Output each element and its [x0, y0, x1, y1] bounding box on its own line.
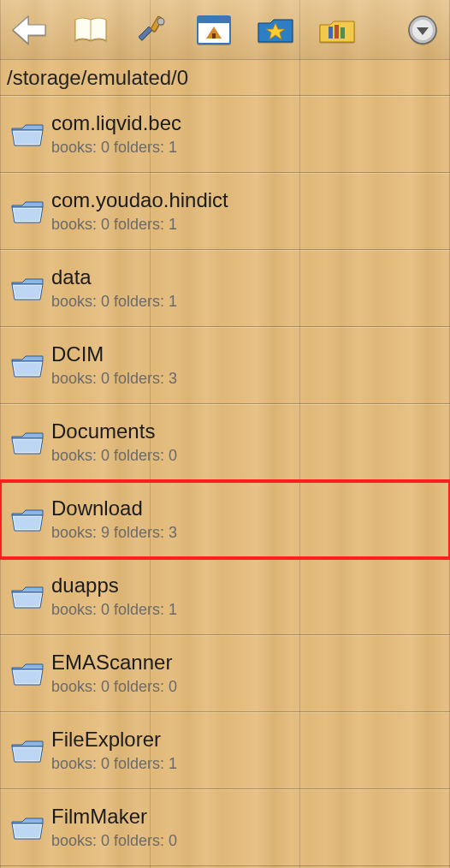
folder-icon: [7, 351, 48, 380]
folder-meta: books: 0 folders: 0: [51, 678, 177, 696]
svg-rect-8: [340, 27, 345, 39]
current-path: /storage/emulated/0: [7, 66, 188, 90]
folder-meta: books: 9 folders: 3: [51, 524, 177, 542]
folder-meta: books: 0 folders: 1: [51, 216, 228, 234]
dropdown-circle-icon: [406, 13, 440, 47]
folder-row[interactable]: FilmMakerbooks: 0 folders: 0: [0, 789, 450, 866]
folder-icon: [7, 197, 48, 226]
svg-point-2: [157, 18, 164, 25]
folder-name: duapps: [51, 574, 177, 597]
folder-name: FilmMaker: [51, 806, 177, 828]
favorites-button[interactable]: [257, 11, 294, 49]
folder-row[interactable]: Downloadbooks: 9 folders: 3: [0, 481, 450, 558]
folder-name: com.liqvid.bec: [51, 112, 181, 134]
folder-icon: [7, 582, 48, 611]
home-button[interactable]: [195, 11, 233, 49]
folder-name: com.youdao.hindict: [51, 189, 228, 211]
folder-meta: books: 0 folders: 0: [51, 832, 177, 850]
folder-row[interactable]: com.liqvid.becbooks: 0 folders: 1: [0, 96, 450, 173]
folder-row[interactable]: DCIMbooks: 0 folders: 3: [0, 327, 450, 404]
folder-meta: books: 0 folders: 1: [51, 755, 177, 773]
folder-icon: [7, 428, 48, 457]
bookshelf-button[interactable]: [318, 11, 356, 49]
folder-icon: [7, 813, 48, 842]
star-folder-icon: [257, 15, 294, 45]
menu-button[interactable]: [404, 11, 441, 49]
folder-icon: [7, 274, 48, 303]
folder-row[interactable]: com.youdao.hindictbooks: 0 folders: 1: [0, 173, 450, 250]
folder-text: FileExplorerbooks: 0 folders: 1: [48, 728, 177, 772]
svg-rect-7: [335, 25, 339, 39]
back-arrow-icon: [11, 15, 47, 45]
folder-text: Downloadbooks: 9 folders: 3: [48, 497, 177, 541]
folder-name: FileExplorer: [51, 728, 177, 751]
svg-rect-4: [198, 16, 230, 23]
folder-name: Documents: [51, 420, 177, 443]
folder-meta: books: 0 folders: 1: [51, 601, 177, 619]
folder-row[interactable]: FileExplorerbooks: 0 folders: 1: [0, 712, 450, 789]
folder-text: databooks: 0 folders: 1: [48, 266, 177, 310]
folder-text: duappsbooks: 0 folders: 1: [48, 574, 177, 618]
folder-icon: [7, 505, 48, 534]
folder-row[interactable]: Documentsbooks: 0 folders: 0: [0, 404, 450, 481]
back-button[interactable]: [10, 11, 48, 49]
folder-icon: [7, 736, 48, 765]
folder-text: com.youdao.hindictbooks: 0 folders: 1: [48, 189, 228, 233]
folder-books-icon: [318, 15, 356, 45]
folder-text: DCIMbooks: 0 folders: 3: [48, 343, 177, 387]
toolbar: [0, 0, 450, 60]
folder-name: DCIM: [51, 343, 177, 366]
folder-text: FilmMakerbooks: 0 folders: 0: [48, 806, 177, 849]
path-bar[interactable]: /storage/emulated/0: [0, 60, 450, 96]
folder-row[interactable]: duappsbooks: 0 folders: 1: [0, 558, 450, 635]
folder-icon: [7, 659, 48, 688]
svg-rect-6: [329, 27, 333, 39]
folder-meta: books: 0 folders: 1: [51, 293, 177, 311]
folder-row[interactable]: EMAScannerbooks: 0 folders: 0: [0, 635, 450, 712]
home-picture-icon: [196, 15, 232, 45]
folder-text: EMAScannerbooks: 0 folders: 0: [48, 651, 177, 695]
folder-text: com.liqvid.becbooks: 0 folders: 1: [48, 112, 181, 156]
folder-meta: books: 0 folders: 1: [51, 139, 181, 157]
tools-icon: [135, 13, 169, 47]
folder-meta: books: 0 folders: 0: [51, 447, 177, 465]
tools-button[interactable]: [133, 11, 171, 49]
folder-name: Download: [51, 497, 177, 520]
folder-icon: [7, 120, 48, 149]
svg-rect-5: [212, 33, 216, 39]
folder-meta: books: 0 folders: 3: [51, 370, 177, 388]
open-book-icon: [72, 15, 110, 45]
folder-name: EMAScanner: [51, 651, 177, 674]
folder-text: Documentsbooks: 0 folders: 0: [48, 420, 177, 464]
folder-row[interactable]: databooks: 0 folders: 1: [0, 250, 450, 327]
folder-name: data: [51, 266, 177, 288]
library-button[interactable]: [72, 11, 110, 49]
folder-list: com.liqvid.becbooks: 0 folders: 1com.you…: [0, 96, 450, 866]
